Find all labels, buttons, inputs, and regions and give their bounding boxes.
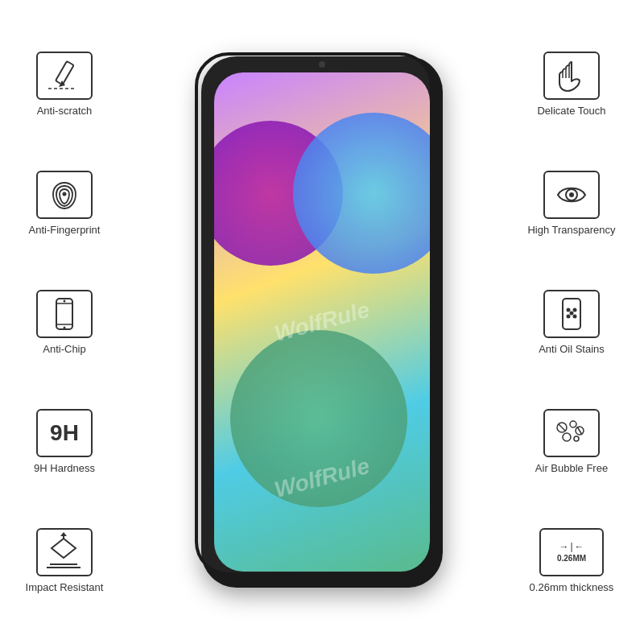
- anti-oil-stains-label: Anti Oil Stains: [539, 343, 605, 355]
- phone-body: WolfRule WolfRule: [201, 56, 443, 588]
- feature-thickness: →|← 0.26MM 0.26mm thickness: [530, 528, 614, 593]
- thickness-icon: →|← 0.26MM: [539, 528, 604, 576]
- air-bubble-free-icon: [543, 409, 600, 457]
- svg-marker-13: [60, 532, 67, 536]
- product-features-page: Anti-scratch Anti-Fingerprint: [0, 0, 644, 644]
- left-features-column: Anti-scratch Anti-Fingerprint: [0, 0, 129, 644]
- feature-anti-fingerprint: Anti-Fingerprint: [29, 171, 101, 236]
- right-features-column: Delicate Touch High Transparency: [499, 0, 644, 644]
- feature-high-transparency: High Transparency: [527, 171, 615, 236]
- svg-point-23: [573, 314, 577, 318]
- phone-display: WolfRule WolfRule: [193, 48, 451, 596]
- feature-anti-chip: Anti-Chip: [36, 290, 93, 355]
- impact-resistant-label: Impact Resistant: [26, 581, 104, 593]
- feature-anti-oil-stains: Anti Oil Stains: [539, 290, 605, 355]
- svg-point-18: [569, 192, 574, 197]
- anti-chip-label: Anti-Chip: [43, 343, 85, 355]
- feature-air-bubble-free: Air Bubble Free: [535, 409, 608, 474]
- svg-point-8: [64, 299, 66, 302]
- phone-screen: WolfRule WolfRule: [214, 72, 430, 572]
- anti-chip-icon: [36, 290, 93, 338]
- feature-delicate-touch: Delicate Touch: [537, 52, 605, 117]
- air-bubble-free-label: Air Bubble Free: [535, 462, 608, 474]
- anti-scratch-label: Anti-scratch: [37, 105, 93, 117]
- 9h-hardness-icon: 9H: [36, 409, 93, 457]
- svg-point-29: [574, 436, 579, 441]
- svg-line-31: [577, 427, 582, 435]
- svg-point-22: [567, 314, 571, 318]
- anti-scratch-icon: [36, 52, 93, 100]
- svg-point-28: [563, 433, 571, 441]
- thickness-arrows: →|←: [559, 541, 584, 552]
- anti-fingerprint-label: Anti-Fingerprint: [29, 224, 101, 236]
- svg-point-3: [63, 192, 67, 196]
- high-transparency-label: High Transparency: [527, 224, 615, 236]
- svg-point-26: [570, 421, 576, 427]
- feature-9h-hardness: 9H 9H Hardness: [34, 409, 95, 474]
- anti-fingerprint-icon: [36, 171, 93, 219]
- delicate-touch-label: Delicate Touch: [537, 105, 605, 117]
- 9h-hardness-label: 9H Hardness: [34, 462, 95, 474]
- thickness-value: 0.26MM: [557, 554, 586, 563]
- thickness-label: 0.26mm thickness: [530, 581, 614, 593]
- svg-point-24: [570, 311, 574, 315]
- svg-point-20: [567, 308, 571, 312]
- high-transparency-icon: [543, 171, 600, 219]
- impact-resistant-icon: [36, 528, 93, 576]
- svg-marker-9: [52, 539, 76, 558]
- svg-point-21: [573, 308, 577, 312]
- svg-rect-0: [56, 61, 74, 85]
- feature-anti-scratch: Anti-scratch: [36, 52, 93, 117]
- delicate-touch-icon: [543, 52, 600, 100]
- anti-oil-stains-icon: [543, 290, 600, 338]
- feature-impact-resistant: Impact Resistant: [26, 528, 104, 593]
- svg-point-7: [64, 326, 66, 328]
- svg-line-30: [559, 424, 565, 431]
- camera-dot: [319, 61, 325, 68]
